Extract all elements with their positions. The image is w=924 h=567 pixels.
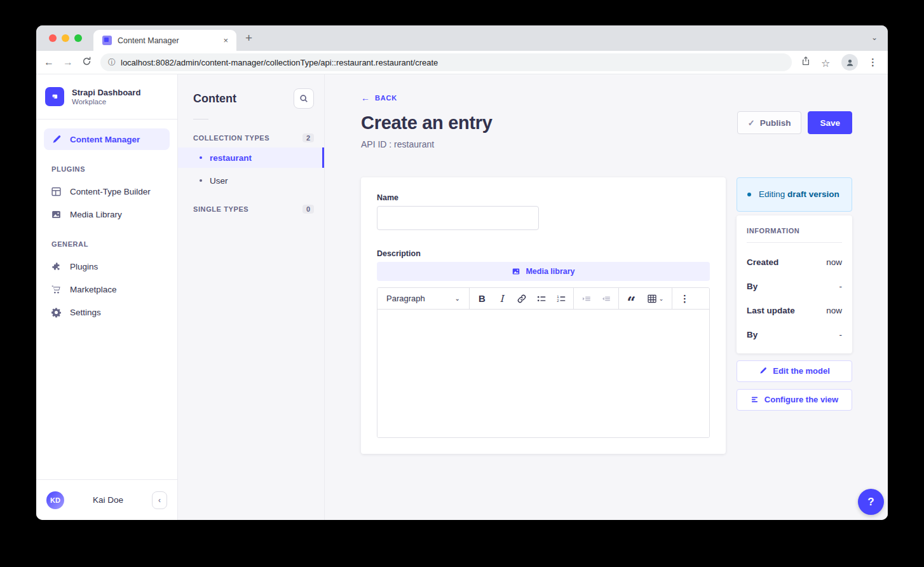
sidebar-item-settings[interactable]: Settings (44, 301, 170, 323)
link-button[interactable] (512, 290, 531, 308)
publish-button[interactable]: ✓ Publish (737, 111, 802, 134)
info-row-created-by: By - (747, 282, 842, 291)
user-avatar[interactable]: KD (46, 491, 64, 509)
publish-label: Publish (760, 118, 791, 128)
window-controls (36, 34, 93, 42)
info-row-updated-by: By - (747, 330, 842, 339)
main-sidebar: Strapi Dashboard Workplace Content Manag… (36, 74, 178, 520)
blockquote-button[interactable]: “ (622, 290, 641, 308)
edit-model-button[interactable]: Edit the model (737, 360, 852, 382)
help-button[interactable]: ? (858, 489, 884, 515)
sidebar-item-label: Content Manager (70, 135, 140, 144)
media-library-label: Media library (526, 267, 574, 276)
strapi-logo-icon (45, 87, 64, 106)
browser-back-icon[interactable]: ← (44, 57, 54, 68)
side-panel: Editing draft version INFORMATION Create… (737, 177, 852, 411)
nav-footer: KD Kai Doe ‹ (36, 479, 177, 520)
sidebar-item-marketplace[interactable]: Marketplace (44, 278, 170, 300)
editing-text: Editing (759, 189, 787, 199)
minimize-window-button[interactable] (62, 34, 69, 42)
tab-title: Content Manager (118, 36, 215, 45)
table-button[interactable]: ⌄ (641, 290, 669, 308)
browser-forward-icon[interactable]: → (63, 57, 73, 68)
gear-icon (50, 306, 62, 318)
name-label: Name (377, 193, 710, 202)
indent-button[interactable] (576, 290, 596, 308)
italic-button[interactable]: I (492, 290, 512, 308)
chevron-down-icon: ⌄ (455, 295, 460, 302)
more-options-button[interactable]: ⋮ (675, 290, 695, 308)
description-textarea[interactable] (377, 310, 709, 437)
search-button[interactable] (294, 88, 314, 109)
browser-window: Content Manager × + ⌄ ← → ⓘ localhost:80… (36, 25, 888, 520)
subnav-item-restaurant[interactable]: restaurant (178, 147, 324, 168)
information-card: INFORMATION Created now By - Last update (737, 215, 852, 353)
tab-search-chevron-icon[interactable]: ⌄ (871, 33, 878, 42)
close-window-button[interactable] (49, 34, 57, 42)
media-library-button[interactable]: Media library (377, 262, 710, 281)
subnav-divider (193, 119, 208, 120)
rich-text-editor: Paragraph ⌄ B I (377, 287, 710, 438)
bullet-list-button[interactable] (531, 290, 551, 308)
browser-tab[interactable]: Content Manager × (93, 30, 236, 51)
numbered-list-button[interactable]: 12 (551, 290, 571, 308)
address-bar[interactable]: ⓘ localhost:8082/admin/content-manager/c… (100, 53, 792, 71)
info-label: Last update (747, 306, 795, 315)
info-row-created: Created now (747, 257, 842, 267)
browser-profile-icon[interactable] (841, 54, 858, 71)
user-name: Kai Doe (71, 495, 146, 505)
info-row-last-update: Last update now (747, 306, 842, 315)
url-text: localhost:8082/admin/content-manager/col… (121, 58, 438, 67)
nav-section-plugins: PLUGINS (51, 165, 170, 173)
puzzle-icon (50, 261, 62, 272)
back-link[interactable]: ← BACK (361, 93, 397, 103)
draft-status-box: Editing draft version (737, 177, 852, 212)
strapi-favicon-icon (102, 36, 112, 45)
image-icon (512, 267, 520, 276)
paragraph-style-value: Paragraph (386, 294, 425, 303)
save-label: Save (820, 118, 840, 128)
collapse-sidebar-button[interactable]: ‹ (152, 491, 167, 509)
subnav-item-user[interactable]: User (178, 170, 324, 191)
nav-section-general: GENERAL (51, 240, 170, 248)
browser-tab-strip: Content Manager × + ⌄ (36, 25, 888, 51)
collection-types-count-badge: 2 (302, 133, 314, 142)
content-subnav: Content COLLECTION TYPES 2 restaurant Us… (178, 74, 325, 520)
bold-button[interactable]: B (472, 290, 492, 308)
site-info-icon[interactable]: ⓘ (108, 57, 116, 68)
share-icon[interactable] (801, 56, 811, 69)
sidebar-item-content-type-builder[interactable]: Content-Type Builder (44, 181, 170, 202)
sidebar-item-content-manager[interactable]: Content Manager (44, 128, 170, 150)
sidebar-item-media-library[interactable]: Media Library (44, 203, 170, 225)
search-icon (299, 94, 308, 103)
outdent-button[interactable] (596, 290, 616, 308)
sidebar-item-plugins[interactable]: Plugins (44, 256, 170, 277)
browser-refresh-icon[interactable] (82, 57, 92, 69)
check-icon: ✓ (748, 118, 755, 128)
maximize-window-button[interactable] (74, 34, 82, 42)
browser-menu-icon[interactable]: ⋮ (868, 57, 878, 68)
information-divider (747, 242, 842, 243)
single-types-label: SINGLE TYPES (193, 205, 248, 213)
brand[interactable]: Strapi Dashboard Workplace (36, 74, 177, 119)
paragraph-style-select[interactable]: Paragraph ⌄ (381, 288, 466, 309)
entry-form-card: Name Description Media library Paragraph… (361, 177, 726, 454)
tab-close-icon[interactable]: × (221, 36, 230, 45)
collection-types-header: COLLECTION TYPES 2 (178, 133, 324, 142)
back-label: BACK (375, 94, 397, 102)
svg-text:1: 1 (557, 294, 559, 298)
new-tab-button[interactable]: + (245, 31, 252, 45)
configure-view-button[interactable]: Configure the view (737, 389, 852, 411)
sidebar-item-label: Marketplace (70, 285, 117, 294)
brand-title: Strapi Dashboard (72, 88, 140, 99)
draft-status-text: Editing draft version (759, 188, 839, 201)
subnav-item-label: User (210, 176, 228, 186)
subnav-item-label: restaurant (210, 153, 252, 163)
layout-icon (50, 186, 62, 197)
configure-lines-icon (751, 395, 759, 404)
sidebar-item-label: Content-Type Builder (70, 187, 151, 196)
name-input[interactable] (377, 206, 539, 230)
save-button[interactable]: Save (808, 111, 852, 134)
bookmark-star-icon[interactable]: ☆ (821, 57, 831, 67)
info-value: - (839, 330, 843, 339)
